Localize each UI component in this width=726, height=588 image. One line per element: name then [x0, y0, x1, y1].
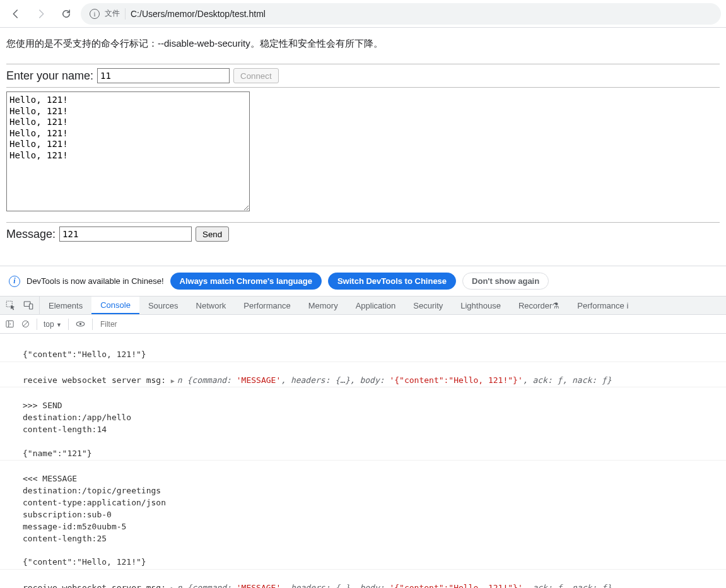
- arrow-right-icon: [35, 8, 47, 20]
- tab-performance[interactable]: Performance: [235, 297, 299, 314]
- tab-elements[interactable]: Elements: [40, 297, 91, 314]
- svg-rect-2: [30, 304, 33, 309]
- tab-sources[interactable]: Sources: [139, 297, 187, 314]
- reload-button[interactable]: [56, 3, 77, 25]
- name-row: Enter your name: Connect: [6, 68, 720, 83]
- page-content: Enter your name: Connect Hello, 121! Hel…: [0, 64, 726, 242]
- console-entry: receive websocket server msg: ▶n {comman…: [0, 582, 726, 588]
- device-toggle-icon[interactable]: [23, 300, 34, 311]
- output-textarea[interactable]: Hello, 121! Hello, 121! Hello, 121! Hell…: [6, 91, 250, 211]
- svg-line-6: [23, 322, 28, 327]
- flask-icon: ⚗: [552, 301, 559, 310]
- divider: [6, 87, 720, 88]
- tab-network[interactable]: Network: [187, 297, 235, 314]
- browser-toolbar: i 文件 C:/Users/memor/Desktop/test.html: [0, 0, 726, 28]
- file-label: 文件: [105, 8, 120, 19]
- dont-show-again-button[interactable]: Don't show again: [462, 273, 549, 290]
- console-entry: <<< MESSAGE destination:/topic/greetings…: [0, 473, 726, 570]
- console-output: {"content":"Hello, 121!"} receive websoc…: [0, 334, 726, 588]
- console-entry: >>> SEND destination:/app/hello content-…: [0, 399, 726, 461]
- inspect-icon[interactable]: [5, 300, 16, 311]
- reload-icon: [61, 8, 72, 20]
- tab-performance-i[interactable]: Performance i: [568, 297, 637, 314]
- clear-console-icon[interactable]: [21, 319, 30, 329]
- tab-memory[interactable]: Memory: [300, 297, 347, 314]
- sidebar-toggle-icon[interactable]: [5, 319, 15, 329]
- info-icon: i: [9, 276, 20, 287]
- svg-point-8: [79, 323, 82, 326]
- connect-button[interactable]: Connect: [233, 68, 279, 83]
- url-text: C:/Users/memor/Desktop/test.html: [131, 9, 266, 19]
- back-button[interactable]: [5, 3, 26, 25]
- tab-recorder[interactable]: Recorder ⚗: [510, 297, 568, 314]
- filter-input[interactable]: [99, 319, 288, 329]
- divider: [6, 222, 720, 223]
- message-input[interactable]: [59, 226, 192, 242]
- devtools-language-banner: i DevTools is now available in Chinese! …: [0, 266, 726, 296]
- message-row: Message: Send: [6, 226, 720, 242]
- context-selector[interactable]: top ▼: [44, 320, 62, 329]
- devtools-tabs: ElementsConsoleSourcesNetworkPerformance…: [0, 296, 726, 315]
- tab-security[interactable]: Security: [404, 297, 452, 314]
- expand-arrow-icon[interactable]: ▶: [171, 585, 177, 588]
- console-entry: receive websocket server msg: ▶n {comman…: [0, 374, 726, 388]
- tab-application[interactable]: Application: [347, 297, 405, 314]
- console-entry: {"content":"Hello, 121!"}: [0, 348, 726, 362]
- svg-rect-3: [6, 321, 13, 327]
- forward-button[interactable]: [30, 3, 52, 25]
- console-toolbar: top ▼: [0, 315, 726, 334]
- divider: [6, 64, 720, 64]
- tab-console[interactable]: Console: [91, 297, 139, 314]
- name-input[interactable]: [97, 68, 230, 83]
- separator: [125, 8, 126, 20]
- name-label: Enter your name:: [6, 69, 93, 83]
- live-expression-icon[interactable]: [75, 319, 86, 329]
- expand-arrow-icon[interactable]: ▶: [171, 377, 177, 384]
- address-bar[interactable]: i 文件 C:/Users/memor/Desktop/test.html: [81, 3, 721, 25]
- arrow-left-icon: [10, 8, 21, 20]
- always-match-button[interactable]: Always match Chrome's language: [170, 273, 322, 290]
- switch-to-chinese-button[interactable]: Switch DevTools to Chinese: [328, 273, 456, 290]
- send-button[interactable]: Send: [196, 226, 229, 242]
- security-warning: 您使用的是不受支持的命令行标记：--disable-web-security。稳…: [0, 28, 726, 60]
- tab-lighthouse[interactable]: Lighthouse: [452, 297, 510, 314]
- banner-text: DevTools is now available in Chinese!: [26, 276, 164, 286]
- page-info-icon[interactable]: i: [90, 9, 100, 19]
- message-label: Message:: [6, 228, 56, 241]
